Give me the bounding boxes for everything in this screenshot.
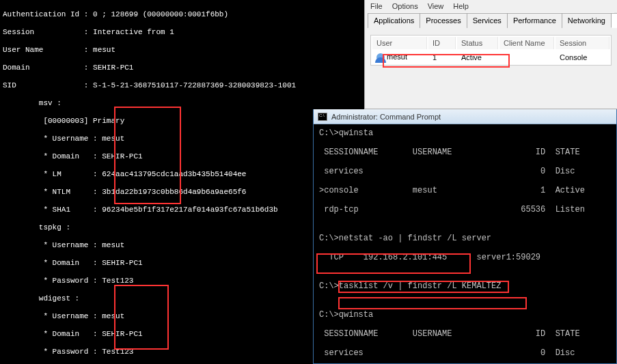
tspkg-domain: * Domain : SEHIR-PC1	[3, 259, 361, 268]
menu-options[interactable]: Options	[392, 2, 418, 10]
cmd-line: >console mesut 1 Active	[319, 186, 611, 195]
user-val: mesut	[93, 46, 115, 54]
msv-primary: [00000003] Primary	[3, 117, 361, 126]
cmd-line: C:\>qwinsta	[319, 310, 611, 320]
msv-sha1: * SHA1 : 96234be5bf1f317e217af014a93fc67…	[3, 206, 361, 214]
line: SID : S-1-5-21-3687510117-722887369-3280…	[3, 81, 361, 90]
tab-processes[interactable]: Processes	[420, 13, 467, 28]
cmd-line: SESSIONNAME USERNAME ID STATE	[319, 148, 611, 157]
cmd-line: C:\>netstat -ao | findstr /L server	[319, 234, 611, 243]
user-row[interactable]: mesut 1 Active Console	[372, 51, 609, 64]
session-val: Interactive from 1	[93, 28, 174, 36]
wdigest-header: wdigest :	[3, 294, 361, 303]
cell-status: Active	[457, 51, 498, 64]
msv-domain: * Domain : SEHIR-PC1	[3, 152, 361, 161]
msv-header: msv :	[3, 99, 361, 108]
cmd-line: C:\>qwinsta	[319, 128, 611, 138]
menu-help[interactable]: Help	[453, 2, 469, 10]
tab-performance[interactable]: Performance	[507, 13, 562, 28]
domain-val: SEHIR-PC1	[93, 64, 133, 72]
tspkg-header: tspkg :	[3, 223, 361, 232]
cell-id: 1	[428, 51, 456, 64]
cell-session: Console	[556, 51, 609, 64]
tab-networking[interactable]: Networking	[562, 13, 612, 28]
tab-users[interactable]: Users	[611, 13, 617, 28]
tabs-row: Applications Processes Services Performa…	[368, 12, 614, 28]
menu-view[interactable]: View	[428, 2, 444, 10]
col-client[interactable]: Client Name	[499, 37, 554, 49]
tab-services[interactable]: Services	[467, 13, 508, 28]
line: Authentication Id : 0 ; 128699 (00000000…	[3, 10, 361, 19]
cmd-line: services 0 Disc	[319, 348, 611, 358]
col-status[interactable]: Status	[457, 37, 498, 49]
wdigest-pass: * Password : Test123	[3, 348, 361, 356]
cmd-titlebar[interactable]: Administrator: Command Prompt	[314, 109, 616, 124]
wdigest-domain: * Domain : SEHIR-PC1	[3, 330, 361, 339]
msv-lm: * LM : 624aac413795cdc1aad3b435b51404ee	[3, 170, 361, 179]
cmd-line: rdp-tcp 65536 Listen	[319, 205, 611, 214]
tab-applications[interactable]: Applications	[368, 13, 420, 28]
cmd-line: TCP 192.168.2.101:445 server1:59029	[319, 253, 611, 262]
cmd-icon	[318, 113, 327, 121]
cmd-line: services 0 Disc	[319, 167, 611, 176]
cmd-line: C:\>tasklist /v | findstr /L KEMALTEZ	[319, 281, 611, 291]
cmd-output[interactable]: C:\>qwinsta SESSIONNAME USERNAME ID STAT…	[314, 124, 616, 364]
cell-user: mesut	[387, 53, 407, 61]
line: Session : Interactive from 1	[3, 28, 361, 37]
users-table: User ID Status Client Name Session mesut…	[370, 35, 612, 66]
line: Domain : SEHIR-PC1	[3, 64, 361, 72]
msv-ntlm: * NTLM : 3b1da22b1973c0bb86d4a9b6a9ae65f…	[3, 188, 361, 197]
wdigest-user: * Username : mesut	[3, 312, 361, 321]
mimikatz-output: Authentication Id : 0 ; 128699 (00000000…	[0, 0, 364, 364]
auth-id: 0 ; 128699 (00000000:0001f6bb)	[93, 10, 228, 18]
tspkg-pass: * Password : Test123	[3, 277, 361, 285]
cell-client	[499, 51, 554, 64]
col-session[interactable]: Session	[556, 37, 609, 49]
sid-val: S-1-5-21-3687510117-722887369-3280039823…	[93, 81, 296, 89]
tspkg-user: * Username : mesut	[3, 241, 361, 250]
cmd-line: SESSIONNAME USERNAME ID STATE	[319, 329, 611, 339]
col-id[interactable]: ID	[428, 37, 456, 49]
msv-user: * Username : mesut	[3, 135, 361, 143]
cmd-title: Administrator: Command Prompt	[331, 113, 441, 121]
task-manager-window: File Options View Help Applications Proc…	[364, 0, 617, 109]
user-icon	[376, 53, 385, 61]
command-prompt-window: Administrator: Command Prompt C:\>qwinst…	[313, 109, 617, 364]
menubar: File Options View Help	[365, 0, 617, 12]
menu-file[interactable]: File	[370, 2, 383, 10]
line: User Name : mesut	[3, 46, 361, 55]
col-user[interactable]: User	[372, 37, 427, 49]
